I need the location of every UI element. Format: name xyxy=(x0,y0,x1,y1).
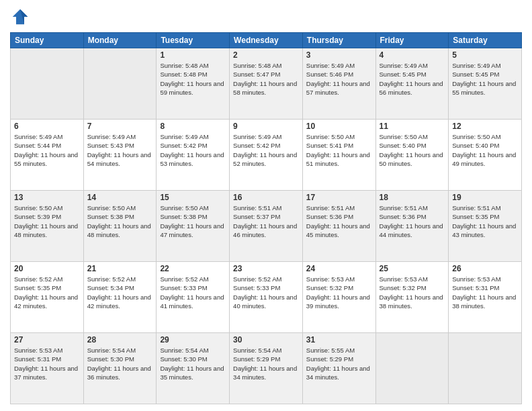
day-detail: Sunrise: 5:54 AM Sunset: 5:30 PM Dayligh… xyxy=(87,346,153,381)
day-number: 29 xyxy=(160,335,226,345)
day-number: 31 xyxy=(306,335,372,345)
day-detail: Sunrise: 5:51 AM Sunset: 5:36 PM Dayligh… xyxy=(380,203,445,239)
calendar-day-cell: 27 Sunrise: 5:53 AM Sunset: 5:31 PM Dayl… xyxy=(11,333,84,404)
day-detail: Sunrise: 5:52 AM Sunset: 5:33 PM Dayligh… xyxy=(160,275,226,310)
day-detail: Sunrise: 5:50 AM Sunset: 5:40 PM Dayligh… xyxy=(452,132,518,168)
day-number: 30 xyxy=(233,335,299,345)
calendar-day-cell: 17 Sunrise: 5:51 AM Sunset: 5:36 PM Dayl… xyxy=(302,191,375,262)
day-number: 28 xyxy=(87,335,153,345)
day-number: 2 xyxy=(233,50,299,60)
calendar-day-cell: 2 Sunrise: 5:48 AM Sunset: 5:47 PM Dayli… xyxy=(230,48,303,120)
day-number: 16 xyxy=(233,193,299,202)
day-detail: Sunrise: 5:52 AM Sunset: 5:35 PM Dayligh… xyxy=(14,275,80,310)
calendar-col-wednesday: Wednesday xyxy=(230,33,303,48)
calendar-day-cell: 28 Sunrise: 5:54 AM Sunset: 5:30 PM Dayl… xyxy=(83,333,157,404)
calendar-day-cell: 3 Sunrise: 5:49 AM Sunset: 5:46 PM Dayli… xyxy=(302,48,375,120)
calendar-day-cell xyxy=(375,333,449,404)
day-detail: Sunrise: 5:50 AM Sunset: 5:40 PM Dayligh… xyxy=(380,132,445,168)
calendar-day-cell: 31 Sunrise: 5:55 AM Sunset: 5:29 PM Dayl… xyxy=(302,333,375,404)
calendar-day-cell: 21 Sunrise: 5:52 AM Sunset: 5:34 PM Dayl… xyxy=(83,262,157,333)
day-detail: Sunrise: 5:49 AM Sunset: 5:45 PM Dayligh… xyxy=(452,61,518,97)
day-detail: Sunrise: 5:49 AM Sunset: 5:42 PM Dayligh… xyxy=(233,132,299,168)
calendar-day-cell: 7 Sunrise: 5:49 AM Sunset: 5:43 PM Dayli… xyxy=(83,120,157,191)
calendar-day-cell: 20 Sunrise: 5:52 AM Sunset: 5:35 PM Dayl… xyxy=(11,262,84,333)
day-detail: Sunrise: 5:50 AM Sunset: 5:38 PM Dayligh… xyxy=(160,203,226,239)
calendar-header-row: SundayMondayTuesdayWednesdayThursdayFrid… xyxy=(11,33,522,48)
calendar-week-row: 27 Sunrise: 5:53 AM Sunset: 5:31 PM Dayl… xyxy=(11,333,522,404)
day-number: 11 xyxy=(380,122,445,131)
day-number: 1 xyxy=(160,50,226,60)
day-detail: Sunrise: 5:53 AM Sunset: 5:32 PM Dayligh… xyxy=(306,275,372,310)
day-number: 18 xyxy=(380,193,445,202)
calendar-col-monday: Monday xyxy=(83,33,157,48)
day-number: 17 xyxy=(306,193,372,202)
day-number: 15 xyxy=(160,193,226,202)
calendar-day-cell: 29 Sunrise: 5:54 AM Sunset: 5:30 PM Dayl… xyxy=(157,333,230,404)
calendar-day-cell: 18 Sunrise: 5:51 AM Sunset: 5:36 PM Dayl… xyxy=(375,191,449,262)
day-number: 9 xyxy=(233,122,299,131)
calendar-day-cell: 11 Sunrise: 5:50 AM Sunset: 5:40 PM Dayl… xyxy=(375,120,449,191)
calendar-col-thursday: Thursday xyxy=(302,33,375,48)
calendar-day-cell: 23 Sunrise: 5:52 AM Sunset: 5:33 PM Dayl… xyxy=(230,262,303,333)
day-number: 12 xyxy=(452,122,518,131)
day-detail: Sunrise: 5:52 AM Sunset: 5:33 PM Dayligh… xyxy=(233,275,299,310)
day-detail: Sunrise: 5:52 AM Sunset: 5:34 PM Dayligh… xyxy=(87,275,153,310)
day-number: 19 xyxy=(452,193,518,202)
day-detail: Sunrise: 5:54 AM Sunset: 5:30 PM Dayligh… xyxy=(160,346,226,381)
day-detail: Sunrise: 5:55 AM Sunset: 5:29 PM Dayligh… xyxy=(306,346,372,381)
day-detail: Sunrise: 5:53 AM Sunset: 5:32 PM Dayligh… xyxy=(380,275,445,310)
calendar-day-cell: 5 Sunrise: 5:49 AM Sunset: 5:45 PM Dayli… xyxy=(449,48,522,120)
day-detail: Sunrise: 5:54 AM Sunset: 5:29 PM Dayligh… xyxy=(233,346,299,381)
calendar-day-cell xyxy=(11,48,84,120)
calendar-day-cell: 1 Sunrise: 5:48 AM Sunset: 5:48 PM Dayli… xyxy=(157,48,230,120)
day-number: 27 xyxy=(14,335,80,345)
calendar-week-row: 1 Sunrise: 5:48 AM Sunset: 5:48 PM Dayli… xyxy=(11,48,522,120)
calendar-day-cell xyxy=(449,333,522,404)
header xyxy=(10,7,522,27)
calendar-table: SundayMondayTuesdayWednesdayThursdayFrid… xyxy=(10,32,522,404)
day-detail: Sunrise: 5:49 AM Sunset: 5:45 PM Dayligh… xyxy=(380,61,445,97)
day-detail: Sunrise: 5:49 AM Sunset: 5:44 PM Dayligh… xyxy=(14,132,80,168)
calendar-day-cell: 16 Sunrise: 5:51 AM Sunset: 5:37 PM Dayl… xyxy=(230,191,303,262)
calendar-week-row: 13 Sunrise: 5:50 AM Sunset: 5:39 PM Dayl… xyxy=(11,191,522,262)
day-number: 10 xyxy=(306,122,372,131)
day-number: 3 xyxy=(306,50,372,60)
calendar-day-cell: 4 Sunrise: 5:49 AM Sunset: 5:45 PM Dayli… xyxy=(375,48,449,120)
calendar-day-cell: 24 Sunrise: 5:53 AM Sunset: 5:32 PM Dayl… xyxy=(302,262,375,333)
calendar-col-sunday: Sunday xyxy=(11,33,84,48)
day-detail: Sunrise: 5:48 AM Sunset: 5:48 PM Dayligh… xyxy=(160,61,226,97)
calendar-day-cell: 12 Sunrise: 5:50 AM Sunset: 5:40 PM Dayl… xyxy=(449,120,522,191)
calendar-day-cell: 22 Sunrise: 5:52 AM Sunset: 5:33 PM Dayl… xyxy=(157,262,230,333)
day-detail: Sunrise: 5:53 AM Sunset: 5:31 PM Dayligh… xyxy=(452,275,518,310)
day-detail: Sunrise: 5:53 AM Sunset: 5:31 PM Dayligh… xyxy=(14,346,80,381)
logo xyxy=(10,7,33,27)
logo-icon xyxy=(10,7,30,27)
day-detail: Sunrise: 5:51 AM Sunset: 5:36 PM Dayligh… xyxy=(306,203,372,239)
day-detail: Sunrise: 5:51 AM Sunset: 5:37 PM Dayligh… xyxy=(233,203,299,239)
day-number: 5 xyxy=(452,50,518,60)
day-number: 7 xyxy=(87,122,153,131)
calendar-week-row: 20 Sunrise: 5:52 AM Sunset: 5:35 PM Dayl… xyxy=(11,262,522,333)
day-number: 21 xyxy=(87,264,153,273)
day-number: 8 xyxy=(160,122,226,131)
calendar-day-cell: 26 Sunrise: 5:53 AM Sunset: 5:31 PM Dayl… xyxy=(449,262,522,333)
day-detail: Sunrise: 5:50 AM Sunset: 5:38 PM Dayligh… xyxy=(87,203,153,239)
day-number: 25 xyxy=(380,264,445,273)
calendar-day-cell: 6 Sunrise: 5:49 AM Sunset: 5:44 PM Dayli… xyxy=(11,120,84,191)
calendar-col-tuesday: Tuesday xyxy=(157,33,230,48)
day-detail: Sunrise: 5:49 AM Sunset: 5:43 PM Dayligh… xyxy=(87,132,153,168)
day-number: 14 xyxy=(87,193,153,202)
calendar-day-cell: 15 Sunrise: 5:50 AM Sunset: 5:38 PM Dayl… xyxy=(157,191,230,262)
day-number: 26 xyxy=(452,264,518,273)
day-detail: Sunrise: 5:48 AM Sunset: 5:47 PM Dayligh… xyxy=(233,61,299,97)
calendar-day-cell: 13 Sunrise: 5:50 AM Sunset: 5:39 PM Dayl… xyxy=(11,191,84,262)
calendar-day-cell xyxy=(83,48,157,120)
day-detail: Sunrise: 5:51 AM Sunset: 5:35 PM Dayligh… xyxy=(452,203,518,239)
calendar-day-cell: 9 Sunrise: 5:49 AM Sunset: 5:42 PM Dayli… xyxy=(230,120,303,191)
calendar-day-cell: 14 Sunrise: 5:50 AM Sunset: 5:38 PM Dayl… xyxy=(83,191,157,262)
day-detail: Sunrise: 5:50 AM Sunset: 5:41 PM Dayligh… xyxy=(306,132,372,168)
calendar-day-cell: 25 Sunrise: 5:53 AM Sunset: 5:32 PM Dayl… xyxy=(375,262,449,333)
day-number: 24 xyxy=(306,264,372,273)
day-detail: Sunrise: 5:49 AM Sunset: 5:42 PM Dayligh… xyxy=(160,132,226,168)
day-number: 22 xyxy=(160,264,226,273)
